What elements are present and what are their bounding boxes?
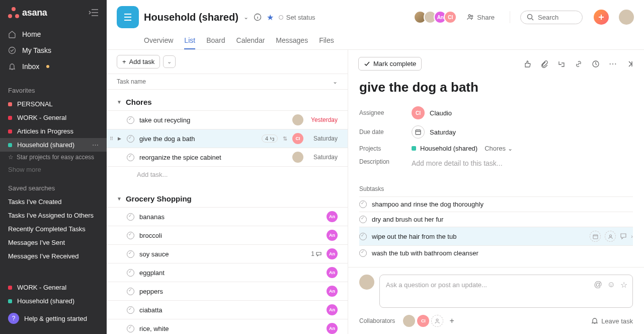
section-selector[interactable]: Chores ⌄ (485, 145, 513, 152)
like-icon[interactable] (523, 60, 531, 68)
complete-checkbox[interactable] (359, 233, 367, 240)
add-collaborator-icon[interactable] (431, 315, 443, 327)
complete-checkbox[interactable] (127, 213, 134, 221)
fullscreen-icon[interactable] (592, 60, 600, 68)
complete-checkbox[interactable] (127, 135, 134, 143)
open-subtask-icon[interactable]: › (631, 233, 633, 239)
show-more-button[interactable]: Show more (0, 163, 107, 176)
mark-complete-button[interactable]: Mark complete (358, 57, 422, 71)
complete-checkbox[interactable] (127, 154, 134, 161)
task-row[interactable]: reorganize the spice cabinetSaturday (107, 148, 348, 166)
task-row[interactable]: eggplantAn (107, 263, 348, 282)
complete-checkbox[interactable] (127, 116, 134, 124)
saved-search-item[interactable]: Tasks I've Created (0, 195, 107, 209)
complete-checkbox[interactable] (127, 306, 134, 314)
project-menu-chevron-icon[interactable]: ⌄ (244, 14, 249, 21)
add-task-dropdown[interactable]: ⌄ (163, 55, 176, 68)
star-icon[interactable]: ★ (267, 13, 274, 22)
more-actions-icon[interactable]: ⋯ (609, 59, 617, 69)
nav-home[interactable]: Home (0, 26, 107, 42)
complete-checkbox[interactable] (359, 216, 367, 223)
complete-checkbox[interactable] (359, 201, 367, 208)
global-create-button[interactable] (594, 10, 609, 25)
link-icon[interactable] (575, 60, 583, 68)
saved-search-item[interactable]: Recently Completed Tasks (0, 222, 107, 236)
help-button[interactable]: ? Help & getting started (0, 308, 107, 329)
member-avatars[interactable]: An CI (417, 11, 457, 24)
mention-icon[interactable]: @ (594, 280, 602, 290)
complete-checkbox[interactable] (127, 232, 134, 239)
saved-search-item[interactable]: Messages I've Received (0, 249, 107, 263)
close-detail-icon[interactable] (626, 60, 634, 68)
saved-search-item[interactable]: Tasks I've Assigned to Others (0, 209, 107, 222)
tab-list[interactable]: List (184, 32, 195, 49)
assignee-placeholder-icon[interactable] (605, 231, 616, 242)
project-icon[interactable] (117, 6, 139, 28)
task-row[interactable]: broccoliAn (107, 226, 348, 244)
complete-checkbox[interactable] (127, 250, 134, 258)
star-reaction-icon[interactable]: ☆ (620, 280, 627, 290)
sidebar-favorite-item[interactable]: Articles in Progress (0, 124, 107, 138)
profile-avatar[interactable] (619, 10, 634, 25)
comment-input[interactable]: Ask a question or post an update... @ ☺ … (379, 275, 633, 308)
column-dropdown-icon[interactable]: ⌄ (333, 78, 338, 85)
search-input[interactable]: Search (520, 11, 583, 24)
description-input[interactable]: Add more detail to this task... (412, 158, 503, 168)
set-status-button[interactable]: Set status (279, 14, 315, 21)
tab-calendar[interactable]: Calendar (236, 32, 265, 49)
add-collaborator-button[interactable]: + (449, 316, 454, 325)
complete-checkbox[interactable] (127, 288, 134, 295)
task-row[interactable]: bananasAn (107, 207, 348, 226)
svg-point-9 (436, 319, 438, 321)
sidebar-favorite-item[interactable]: WORK - General (0, 111, 107, 124)
nav-mytasks[interactable]: My Tasks (0, 42, 107, 58)
subtask-row[interactable]: wipe out the hair from the tub › (359, 227, 633, 245)
task-row[interactable]: rice, whiteAn (107, 319, 348, 334)
subtask-row[interactable]: wash the tub with bathroom cleanser (359, 245, 633, 260)
leave-task-button[interactable]: Leave task (591, 317, 633, 325)
attachment-icon[interactable] (540, 60, 548, 68)
tab-files[interactable]: Files (319, 32, 334, 49)
comment-icon[interactable] (620, 233, 627, 240)
task-row[interactable]: take out recyclingYesterday (107, 110, 348, 129)
subtask-icon[interactable] (557, 60, 566, 68)
due-date-placeholder-icon[interactable] (590, 231, 601, 242)
nav-inbox[interactable]: Inbox (0, 58, 107, 75)
share-button[interactable]: Share (462, 11, 500, 24)
collab-avatar[interactable] (403, 315, 415, 327)
saved-search-item[interactable]: Messages I've Sent (0, 236, 107, 249)
tab-board[interactable]: Board (206, 32, 225, 49)
complete-checkbox[interactable] (127, 325, 134, 332)
move-icon[interactable]: ⇅ (283, 136, 287, 142)
section-header[interactable]: ▼Chores (107, 94, 348, 110)
sidebar-favorite-item[interactable]: PERSONAL (0, 97, 107, 111)
subtask-row[interactable]: shampoo and rinse the dog thoroughly (359, 196, 633, 212)
expand-caret-icon[interactable]: ▶ (118, 136, 121, 141)
info-icon[interactable] (254, 13, 262, 21)
task-row[interactable]: soy sauce1 An (107, 244, 348, 263)
tab-messages[interactable]: Messages (276, 32, 308, 49)
more-icon[interactable]: ⋯ (92, 141, 99, 149)
emoji-icon[interactable]: ☺ (607, 280, 615, 290)
section-header[interactable]: ▼Grocery Shopping (107, 190, 348, 207)
drag-handle-icon[interactable]: ⠿ (110, 136, 113, 142)
due-date-chip[interactable]: Saturday (412, 125, 456, 139)
subtask-row[interactable]: dry and brush out her fur (359, 212, 633, 227)
sidebar-project-item[interactable]: Household (shared) (0, 294, 107, 308)
collapse-sidebar-icon[interactable] (89, 9, 99, 16)
add-task-row[interactable]: Add task... (107, 166, 348, 182)
complete-checkbox[interactable] (127, 269, 134, 277)
project-tag[interactable]: Household (shared) (412, 145, 477, 152)
complete-checkbox[interactable] (359, 249, 367, 257)
task-row[interactable]: peppersAn (107, 282, 348, 300)
sidebar-project-item[interactable]: WORK - General (0, 281, 107, 294)
sidebar-favorite-item[interactable]: Household (shared)⋯ (0, 138, 107, 152)
task-row[interactable]: ⠿▶give the dog a bath4 ⇅CISaturday (107, 129, 348, 148)
collab-avatar[interactable]: CI (417, 315, 429, 327)
tab-overview[interactable]: Overview (144, 32, 173, 49)
logo[interactable]: asana (8, 7, 47, 18)
task-title[interactable]: give the dog a bath (359, 78, 633, 103)
add-task-button[interactable]: + Add task (117, 55, 160, 69)
assignee-chip[interactable]: CI Claudio (412, 106, 452, 119)
task-row[interactable]: ciabattaAn (107, 300, 348, 319)
